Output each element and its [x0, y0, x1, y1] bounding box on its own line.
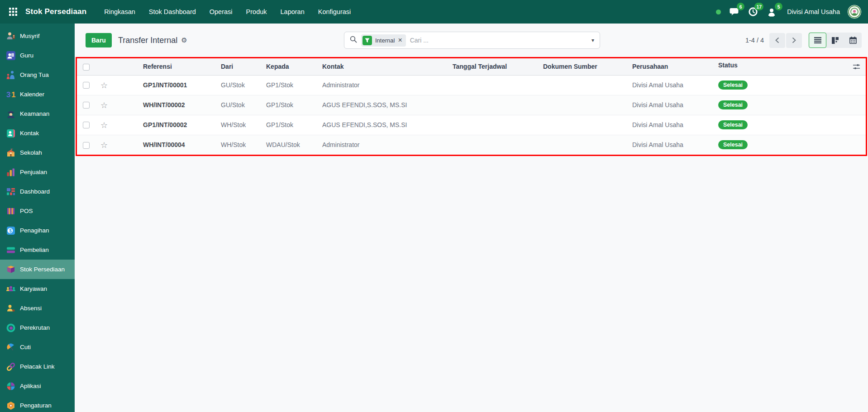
sidebar-item-label: Sekolah — [20, 149, 42, 156]
menu-konfigurasi[interactable]: Konfigurasi — [312, 5, 357, 19]
status-badge: Selesai — [718, 140, 748, 149]
cell-kepada: GP1/Stok — [266, 95, 322, 115]
sidebar-item-pos[interactable]: POS — [0, 201, 75, 221]
sidebar-item-label: Absensi — [20, 305, 42, 312]
column-status-label: Status — [718, 62, 738, 69]
select-all-checkbox[interactable] — [83, 64, 90, 71]
sidebar-item-label: Kalender — [20, 91, 44, 98]
search-dropdown-caret-icon[interactable]: ▾ — [591, 35, 595, 45]
highlighted-table-region: Referensi Dari Kepada Kontak Tanggal Ter… — [76, 57, 867, 156]
menu-stok-dashboard[interactable]: Stok Dashboard — [143, 5, 202, 19]
column-referensi[interactable]: Referensi — [143, 58, 221, 75]
row-checkbox[interactable] — [83, 82, 90, 89]
navbar-systray: 6 17 5 Divisi Amal Usaha — [716, 5, 862, 19]
table-row[interactable]: ☆ GP1/INT/00002 WH/Stok GP1/Stok AGUS EF… — [77, 115, 866, 135]
pengaturan-icon — [6, 401, 16, 411]
sidebar-item-dashboard[interactable]: Dashboard — [0, 182, 75, 201]
requests-count-badge: 5 — [775, 3, 782, 10]
sidebar-item-penjualan[interactable]: Penjualan — [0, 162, 75, 182]
sidebar-item-label: Aplikasi — [20, 383, 41, 389]
cell-dari: GU/Stok — [221, 75, 266, 95]
column-dokumen-sumber[interactable]: Dokumen Sumber — [543, 58, 632, 75]
sidebar-item-penagihan[interactable]: $ Penagihan — [0, 221, 75, 240]
aplikasi-icon — [6, 381, 16, 391]
user-avatar[interactable] — [847, 5, 862, 19]
sidebar-item-pembelian[interactable]: Pembelian — [0, 240, 75, 260]
remove-filter-icon[interactable]: × — [398, 37, 402, 44]
sidebar-item-aplikasi[interactable]: Aplikasi — [0, 376, 75, 396]
transfer-list-table: Referensi Dari Kepada Kontak Tanggal Ter… — [77, 58, 866, 155]
sidebar-item-absensi[interactable]: Absensi — [0, 298, 75, 318]
row-checkbox[interactable] — [83, 102, 90, 109]
content-area: Baru Transfer Internal ⚙ Internal × — [75, 24, 868, 412]
table-header-row: Referensi Dari Kepada Kontak Tanggal Ter… — [77, 58, 866, 75]
favorite-star-icon[interactable]: ☆ — [100, 120, 108, 130]
menu-operasi[interactable]: Operasi — [204, 5, 238, 19]
sidebar-item-kontak[interactable]: Kontak — [0, 123, 75, 143]
column-status[interactable]: Status — [718, 58, 866, 75]
row-checkbox[interactable] — [83, 142, 90, 149]
sidebar-item-stok-persediaan[interactable]: Stok Persediaan — [0, 260, 75, 279]
kalender-icon: 31 — [6, 90, 16, 99]
sidebar-item-label: Karyawan — [20, 285, 47, 292]
kanban-view-button[interactable] — [826, 33, 844, 48]
column-kontak[interactable]: Kontak — [322, 58, 453, 75]
search-input[interactable] — [410, 37, 587, 44]
pager-next-button[interactable] — [786, 33, 802, 48]
cell-status: Selesai — [718, 135, 866, 155]
menu-ringkasan[interactable]: Ringkasan — [98, 5, 141, 19]
cell-kontak: Administrator — [322, 75, 453, 95]
cell-kontak: AGUS EFENDI,S.SOS, MS.SI — [322, 95, 453, 115]
sidebar-item-cuti[interactable]: Cuti — [0, 337, 75, 357]
column-dari[interactable]: Dari — [221, 58, 266, 75]
sidebar-item-pengaturan[interactable]: Pengaturan — [0, 396, 75, 412]
sidebar-item-perekrutan[interactable]: Perekrutan — [0, 318, 75, 337]
sidebar-item-pelacak-link[interactable]: Pelacak Link — [0, 357, 75, 376]
cell-tanggal — [453, 135, 543, 155]
cell-dokumen — [543, 95, 632, 115]
cell-kepada: GP1/Stok — [266, 115, 322, 135]
action-gear-icon[interactable]: ⚙ — [181, 36, 187, 44]
column-perusahaan[interactable]: Perusahaan — [632, 58, 718, 75]
table-row[interactable]: ☆ GP1/INT/00001 GU/Stok GP1/Stok Adminis… — [77, 75, 866, 95]
company-name[interactable]: Divisi Amal Usaha — [787, 8, 840, 15]
column-tanggal-terjadwal[interactable]: Tanggal Terjadwal — [453, 58, 543, 75]
favorite-star-icon[interactable]: ☆ — [100, 140, 108, 150]
page-title: Transfer Internal — [118, 36, 177, 45]
sidebar-item-label: Kontak — [20, 130, 39, 137]
row-checkbox[interactable] — [83, 122, 90, 128]
filter-tag[interactable]: Internal × — [361, 34, 406, 47]
favorite-star-icon[interactable]: ☆ — [100, 100, 108, 110]
sidebar-item-karyawan[interactable]: Karyawan — [0, 279, 75, 298]
sidebar-item-sekolah[interactable]: Sekolah — [0, 143, 75, 162]
new-button[interactable]: Baru — [86, 33, 112, 47]
menu-produk[interactable]: Produk — [240, 5, 273, 19]
cell-dari: GU/Stok — [221, 95, 266, 115]
calendar-view-button[interactable] — [844, 33, 862, 48]
column-kepada[interactable]: Kepada — [266, 58, 322, 75]
list-view-button[interactable] — [809, 33, 826, 48]
penagihan-icon: $ — [6, 226, 16, 236]
menu-laporan[interactable]: Laporan — [275, 5, 310, 19]
sidebar-item-guru[interactable]: Guru — [0, 46, 75, 65]
favorite-star-icon[interactable]: ☆ — [100, 81, 108, 90]
pager-previous-button[interactable] — [769, 33, 785, 48]
messages-icon[interactable]: 6 — [728, 6, 740, 18]
sidebar-item-musyrif[interactable]: Musyrif — [0, 26, 75, 46]
cell-perusahaan: Divisi Amal Usaha — [632, 135, 718, 155]
sidebar-item-kalender[interactable]: 31 Kalender — [0, 85, 75, 104]
activities-clock-icon[interactable]: 17 — [747, 6, 759, 18]
requests-person-icon[interactable]: 5 — [766, 6, 778, 18]
optional-columns-icon[interactable] — [853, 63, 860, 72]
list-view-zone: Referensi Dari Kepada Kontak Tanggal Ter… — [75, 57, 868, 156]
pembelian-icon — [6, 245, 16, 255]
sidebar-item-label: Pengaturan — [20, 402, 52, 409]
table-row[interactable]: ☆ WH/INT/00004 WH/Stok WDAU/Stok Adminis… — [77, 135, 866, 155]
apps-grid-icon[interactable] — [5, 4, 21, 19]
sidebar-item-keamanan[interactable]: Keamanan — [0, 104, 75, 123]
cell-referensi: WH/INT/00004 — [143, 135, 221, 155]
orang-tua-icon — [6, 70, 16, 80]
search-bar[interactable]: Internal × ▾ — [344, 32, 600, 49]
sidebar-item-orang-tua[interactable]: Orang Tua — [0, 65, 75, 85]
table-row[interactable]: ☆ WH/INT/00002 GU/Stok GP1/Stok AGUS EFE… — [77, 95, 866, 115]
